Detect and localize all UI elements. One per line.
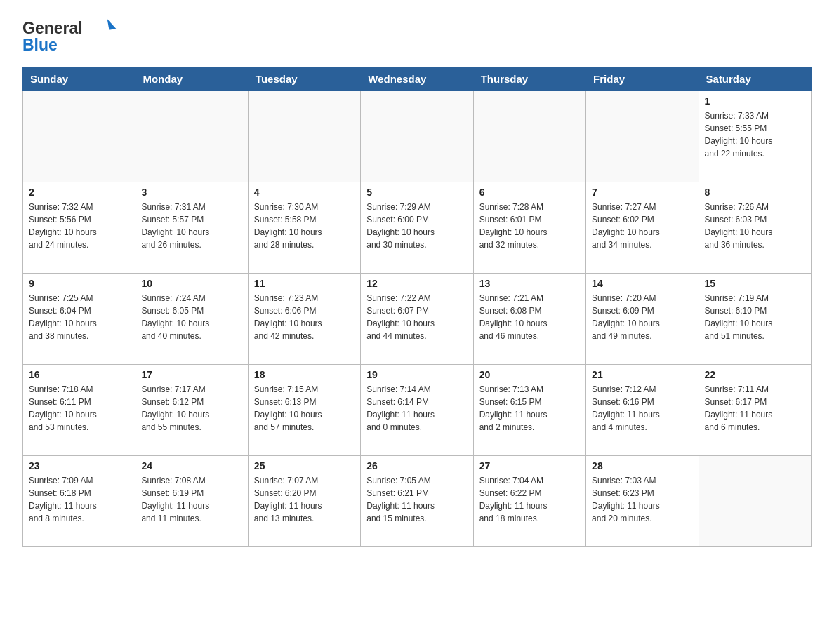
day-number: 11 (254, 278, 355, 289)
day-number: 1 (705, 95, 805, 107)
day-info: Sunrise: 7:28 AM Sunset: 6:01 PM Dayligh… (479, 201, 580, 251)
calendar-cell (586, 91, 699, 182)
svg-text:General: General (22, 19, 83, 37)
day-number: 2 (29, 187, 129, 198)
day-number: 25 (254, 460, 355, 471)
calendar-cell: 28Sunrise: 7:03 AM Sunset: 6:23 PM Dayli… (586, 456, 699, 547)
calendar-cell: 19Sunrise: 7:14 AM Sunset: 6:14 PM Dayli… (361, 365, 473, 456)
day-info: Sunrise: 7:29 AM Sunset: 6:00 PM Dayligh… (366, 201, 467, 251)
calendar-cell: 2Sunrise: 7:32 AM Sunset: 5:56 PM Daylig… (23, 182, 135, 274)
calendar-cell: 27Sunrise: 7:04 AM Sunset: 6:22 PM Dayli… (473, 456, 585, 547)
day-info: Sunrise: 7:11 AM Sunset: 6:17 PM Dayligh… (705, 383, 805, 434)
calendar-week-row: 2Sunrise: 7:32 AM Sunset: 5:56 PM Daylig… (23, 182, 812, 274)
day-info: Sunrise: 7:30 AM Sunset: 5:58 PM Dayligh… (254, 201, 355, 251)
day-info: Sunrise: 7:07 AM Sunset: 6:20 PM Dayligh… (254, 474, 355, 525)
calendar-cell: 20Sunrise: 7:13 AM Sunset: 6:15 PM Dayli… (473, 365, 585, 456)
calendar-cell: 1Sunrise: 7:33 AM Sunset: 5:55 PM Daylig… (699, 91, 811, 182)
calendar-cell: 24Sunrise: 7:08 AM Sunset: 6:19 PM Dayli… (135, 456, 248, 547)
day-info: Sunrise: 7:15 AM Sunset: 6:13 PM Dayligh… (254, 383, 355, 434)
day-number: 22 (705, 369, 805, 380)
day-number: 4 (254, 187, 355, 198)
day-info: Sunrise: 7:12 AM Sunset: 6:16 PM Dayligh… (592, 383, 692, 434)
day-info: Sunrise: 7:18 AM Sunset: 6:11 PM Dayligh… (29, 383, 129, 434)
weekday-header-saturday: Saturday (699, 67, 811, 91)
day-number: 15 (705, 278, 805, 289)
calendar-cell: 26Sunrise: 7:05 AM Sunset: 6:21 PM Dayli… (361, 456, 473, 547)
calendar-week-row: 23Sunrise: 7:09 AM Sunset: 6:18 PM Dayli… (23, 456, 812, 547)
day-number: 20 (479, 369, 580, 380)
calendar-cell: 11Sunrise: 7:23 AM Sunset: 6:06 PM Dayli… (248, 274, 360, 365)
page-header: General Blue (22, 17, 812, 55)
logo-svg: General Blue (22, 17, 121, 55)
day-info: Sunrise: 7:05 AM Sunset: 6:21 PM Dayligh… (366, 474, 467, 525)
calendar-cell: 25Sunrise: 7:07 AM Sunset: 6:20 PM Dayli… (248, 456, 360, 547)
day-info: Sunrise: 7:24 AM Sunset: 6:05 PM Dayligh… (141, 292, 241, 342)
day-number: 24 (141, 460, 241, 471)
calendar-cell: 21Sunrise: 7:12 AM Sunset: 6:16 PM Dayli… (586, 365, 699, 456)
day-number: 13 (479, 278, 580, 289)
day-info: Sunrise: 7:25 AM Sunset: 6:04 PM Dayligh… (29, 292, 129, 342)
calendar-cell: 5Sunrise: 7:29 AM Sunset: 6:00 PM Daylig… (361, 182, 473, 274)
calendar-table: SundayMondayTuesdayWednesdayThursdayFrid… (22, 67, 812, 547)
calendar-cell: 12Sunrise: 7:22 AM Sunset: 6:07 PM Dayli… (361, 274, 473, 365)
day-info: Sunrise: 7:19 AM Sunset: 6:10 PM Dayligh… (705, 292, 805, 342)
calendar-cell: 6Sunrise: 7:28 AM Sunset: 6:01 PM Daylig… (473, 182, 585, 274)
day-info: Sunrise: 7:08 AM Sunset: 6:19 PM Dayligh… (141, 474, 241, 525)
calendar-cell: 17Sunrise: 7:17 AM Sunset: 6:12 PM Dayli… (135, 365, 248, 456)
day-info: Sunrise: 7:13 AM Sunset: 6:15 PM Dayligh… (479, 383, 580, 434)
day-info: Sunrise: 7:04 AM Sunset: 6:22 PM Dayligh… (479, 474, 580, 525)
day-number: 9 (29, 278, 129, 289)
calendar-week-row: 16Sunrise: 7:18 AM Sunset: 6:11 PM Dayli… (23, 365, 812, 456)
logo: General Blue (22, 17, 121, 55)
day-number: 19 (366, 369, 467, 380)
day-info: Sunrise: 7:14 AM Sunset: 6:14 PM Dayligh… (366, 383, 467, 434)
day-info: Sunrise: 7:32 AM Sunset: 5:56 PM Dayligh… (29, 201, 129, 251)
day-number: 3 (141, 187, 241, 198)
day-number: 28 (592, 460, 692, 471)
calendar-cell (23, 91, 135, 182)
calendar-cell: 10Sunrise: 7:24 AM Sunset: 6:05 PM Dayli… (135, 274, 248, 365)
calendar-cell: 22Sunrise: 7:11 AM Sunset: 6:17 PM Dayli… (699, 365, 811, 456)
calendar-cell: 14Sunrise: 7:20 AM Sunset: 6:09 PM Dayli… (586, 274, 699, 365)
day-number: 21 (592, 369, 692, 380)
calendar-cell: 4Sunrise: 7:30 AM Sunset: 5:58 PM Daylig… (248, 182, 360, 274)
day-number: 6 (479, 187, 580, 198)
svg-text:Blue: Blue (22, 36, 58, 54)
calendar-cell: 9Sunrise: 7:25 AM Sunset: 6:04 PM Daylig… (23, 274, 135, 365)
day-number: 23 (29, 460, 129, 471)
weekday-header-sunday: Sunday (23, 67, 135, 91)
day-info: Sunrise: 7:20 AM Sunset: 6:09 PM Dayligh… (592, 292, 692, 342)
day-info: Sunrise: 7:21 AM Sunset: 6:08 PM Dayligh… (479, 292, 580, 342)
calendar-cell: 18Sunrise: 7:15 AM Sunset: 6:13 PM Dayli… (248, 365, 360, 456)
day-number: 18 (254, 369, 355, 380)
weekday-header-row: SundayMondayTuesdayWednesdayThursdayFrid… (23, 67, 812, 91)
day-number: 26 (366, 460, 467, 471)
day-number: 10 (141, 278, 241, 289)
calendar-cell (361, 91, 473, 182)
calendar-cell: 3Sunrise: 7:31 AM Sunset: 5:57 PM Daylig… (135, 182, 248, 274)
day-info: Sunrise: 7:03 AM Sunset: 6:23 PM Dayligh… (592, 474, 692, 525)
weekday-header-wednesday: Wednesday (361, 67, 473, 91)
day-info: Sunrise: 7:09 AM Sunset: 6:18 PM Dayligh… (29, 474, 129, 525)
day-number: 14 (592, 278, 692, 289)
day-number: 7 (592, 187, 692, 198)
day-info: Sunrise: 7:33 AM Sunset: 5:55 PM Dayligh… (705, 109, 805, 160)
weekday-header-monday: Monday (135, 67, 248, 91)
day-info: Sunrise: 7:17 AM Sunset: 6:12 PM Dayligh… (141, 383, 241, 434)
calendar-cell: 8Sunrise: 7:26 AM Sunset: 6:03 PM Daylig… (699, 182, 811, 274)
calendar-cell: 15Sunrise: 7:19 AM Sunset: 6:10 PM Dayli… (699, 274, 811, 365)
day-number: 16 (29, 369, 129, 380)
day-info: Sunrise: 7:23 AM Sunset: 6:06 PM Dayligh… (254, 292, 355, 342)
day-info: Sunrise: 7:22 AM Sunset: 6:07 PM Dayligh… (366, 292, 467, 342)
calendar-cell: 7Sunrise: 7:27 AM Sunset: 6:02 PM Daylig… (586, 182, 699, 274)
day-number: 5 (366, 187, 467, 198)
weekday-header-friday: Friday (586, 67, 699, 91)
day-number: 8 (705, 187, 805, 198)
calendar-cell: 13Sunrise: 7:21 AM Sunset: 6:08 PM Dayli… (473, 274, 585, 365)
day-info: Sunrise: 7:27 AM Sunset: 6:02 PM Dayligh… (592, 201, 692, 251)
day-number: 17 (141, 369, 241, 380)
day-number: 27 (479, 460, 580, 471)
day-info: Sunrise: 7:26 AM Sunset: 6:03 PM Dayligh… (705, 201, 805, 251)
day-number: 12 (366, 278, 467, 289)
calendar-cell: 23Sunrise: 7:09 AM Sunset: 6:18 PM Dayli… (23, 456, 135, 547)
